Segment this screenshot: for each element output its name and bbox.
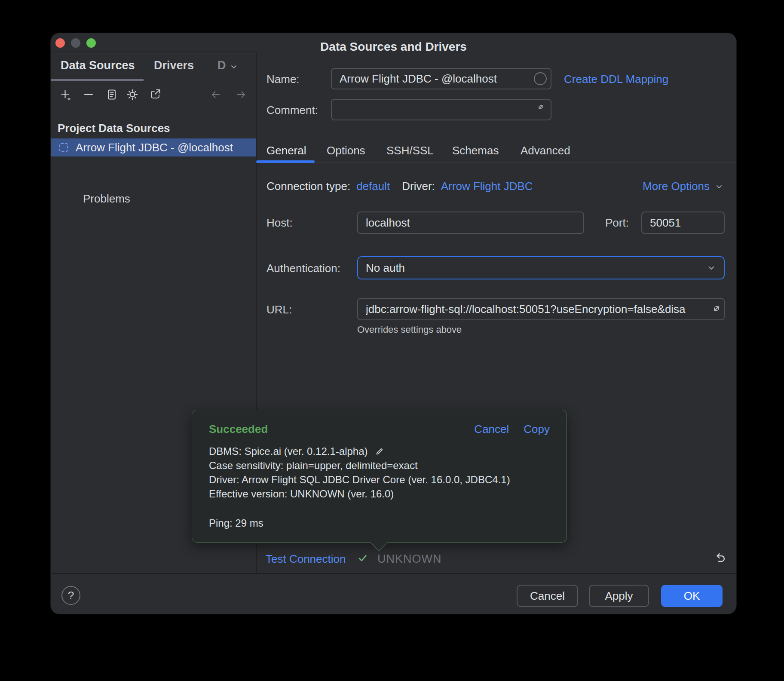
back-button[interactable] <box>208 87 223 102</box>
port-input[interactable] <box>641 212 725 234</box>
more-options-control[interactable]: More Options <box>643 180 724 193</box>
popup-line: Effective version: UNKNOWN (ver. 16.0) <box>209 487 554 501</box>
sidebar-item-problems[interactable]: Problems <box>83 192 130 206</box>
driver-label: Driver: <box>402 180 435 193</box>
loading-spinner-icon <box>534 72 547 85</box>
add-button[interactable] <box>58 87 73 102</box>
name-input[interactable] <box>331 68 551 89</box>
host-input[interactable] <box>357 212 584 234</box>
data-sources-dialog: Data Sources and Drivers Data Sources Dr… <box>51 33 736 614</box>
url-input[interactable] <box>357 298 725 320</box>
tab-overflow-truncated[interactable]: D <box>217 59 226 72</box>
add-icon <box>59 88 72 101</box>
help-button[interactable]: ? <box>61 586 80 605</box>
question-mark: ? <box>68 589 74 602</box>
popup-pointer <box>370 534 388 551</box>
chevron-down-icon <box>714 181 724 192</box>
chevron-down-icon[interactable] <box>229 61 239 72</box>
apply-button[interactable]: Apply <box>589 585 649 607</box>
sidebar-tab-strip: Data Sources Drivers D <box>51 52 256 81</box>
tabs-divider <box>256 163 736 163</box>
revert-icon <box>713 551 727 565</box>
remove-button[interactable] <box>81 87 96 102</box>
popup-line: Ping: 29 ms <box>209 516 554 530</box>
data-source-list-item[interactable]: Arrow Flight JDBC - @localhost <box>51 138 256 156</box>
tab-data-sources[interactable]: Data Sources <box>61 59 135 72</box>
tab-ssh-ssl[interactable]: SSH/SSL <box>386 144 434 157</box>
auth-selected-value: No auth <box>366 261 405 275</box>
tab-advanced[interactable]: Advanced <box>521 144 570 157</box>
create-ddl-mapping-link[interactable]: Create DDL Mapping <box>564 73 668 86</box>
expand-editor-icon[interactable] <box>536 102 546 112</box>
port-label: Port: <box>605 216 629 230</box>
url-label: URL: <box>266 303 292 316</box>
sidebar-divider <box>58 167 249 167</box>
url-hint: Overrides settings above <box>357 324 462 335</box>
connection-type-label: Connection type: <box>266 180 350 193</box>
auth-label: Authentication: <box>266 262 340 275</box>
popup-cancel-link[interactable]: Cancel <box>474 423 509 436</box>
auth-select[interactable]: No auth <box>357 256 725 279</box>
edit-pencil-icon[interactable] <box>374 446 385 457</box>
success-checkmark-icon <box>357 552 368 564</box>
forward-arrow-icon <box>235 88 248 101</box>
popup-line: Driver: Arrow Flight SQL JDBC Driver Cor… <box>209 472 554 487</box>
settings-button[interactable] <box>125 87 140 102</box>
url-expand-icon[interactable] <box>710 302 723 315</box>
cancel-button[interactable]: Cancel <box>517 585 578 607</box>
popup-copy-link[interactable]: Copy <box>524 423 550 436</box>
more-options-link[interactable]: More Options <box>643 180 710 193</box>
test-connection-link[interactable]: Test Connection <box>266 552 346 566</box>
data-source-label: Arrow Flight JDBC - @localhost <box>76 141 233 154</box>
comment-input[interactable] <box>331 99 551 120</box>
revert-button[interactable] <box>713 551 727 565</box>
popup-details: DBMS: Spice.ai (ver. 0.12.1-alpha) Case … <box>209 444 554 530</box>
footer-divider <box>51 573 736 574</box>
active-tab-underline <box>51 79 144 81</box>
host-label: Host: <box>266 216 293 230</box>
open-in-editor-button[interactable] <box>148 87 163 102</box>
name-label: Name: <box>266 73 300 86</box>
remove-icon <box>82 88 95 101</box>
duplicate-button[interactable] <box>104 87 119 102</box>
export-icon <box>149 88 162 101</box>
tab-drivers[interactable]: Drivers <box>154 59 194 72</box>
back-arrow-icon <box>209 88 222 101</box>
comment-label: Comment: <box>266 104 318 117</box>
active-form-tab-underline <box>256 160 315 163</box>
popup-line: Case sensitivity: plain=upper, delimited… <box>209 458 554 472</box>
test-connection-popup: Succeeded Cancel Copy DBMS: Spice.ai (ve… <box>192 410 567 543</box>
gear-icon <box>126 88 139 101</box>
chevron-down-icon <box>706 262 717 273</box>
tab-general[interactable]: General <box>266 144 306 157</box>
tab-options[interactable]: Options <box>327 144 365 157</box>
test-result-text: UNKNOWN <box>377 552 442 566</box>
connection-type-value-link[interactable]: default <box>356 180 390 193</box>
sidebar-toolbar <box>51 83 256 106</box>
forward-button[interactable] <box>234 87 248 102</box>
popup-line: DBMS: Spice.ai (ver. 0.12.1-alpha) <box>209 444 554 458</box>
duplicate-icon <box>105 88 118 101</box>
driver-value-link[interactable]: Arrow Flight JDBC <box>441 180 533 193</box>
database-icon <box>59 143 68 152</box>
tab-schemas[interactable]: Schemas <box>452 144 499 157</box>
connection-type-row: Connection type: default Driver: Arrow F… <box>266 180 533 193</box>
section-header: Project Data Sources <box>58 122 170 135</box>
ok-button[interactable]: OK <box>661 585 723 607</box>
popup-status: Succeeded <box>209 423 268 436</box>
